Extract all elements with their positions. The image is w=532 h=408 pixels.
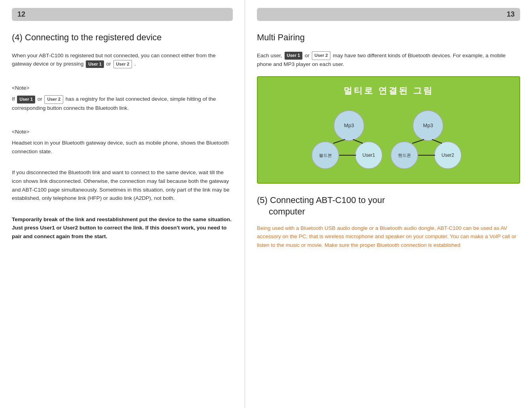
section-5-title: (5) Connecting ABT-C100 to your computer [257, 195, 520, 217]
note2-body: Headset icon in your Bluetooth gateway d… [12, 139, 233, 156]
right-page: 13 Multi Pairing Each user, User 1 or Us… [245, 0, 532, 408]
section-5-title-line2: computer [257, 207, 305, 216]
diagram-title: 멀티로 연결된 그림 [266, 85, 511, 97]
user2-badge-left-para1: User 2 [113, 60, 132, 69]
left-page-number-bar: 12 [12, 8, 233, 21]
note1-pre: If [12, 96, 15, 102]
right-page-number: 13 [507, 10, 515, 19]
user2-badge-right: User 2 [312, 51, 331, 60]
svg-line-15 [412, 139, 424, 143]
section-4-title: (4) Connecting to the registered device [12, 32, 233, 43]
svg-line-7 [353, 139, 363, 143]
left-page: 12 (4) Connecting to the registered devi… [0, 0, 245, 408]
svg-line-6 [333, 139, 345, 143]
note1-or: or [38, 96, 44, 102]
section-5-title-line1: (5) Connecting ABT-C100 to your [257, 195, 385, 205]
right-para1-pre: Each user, [257, 53, 282, 58]
diagram-svg: Mp3 블드본 User1 Mp3 [266, 104, 511, 175]
left-para4: Temporarily break of the link and reesta… [12, 215, 233, 241]
user1-badge-right: User 1 [285, 52, 303, 60]
left-para1-end: . [134, 61, 136, 67]
multi-pairing-diagram: 멀티로 연결된 그림 Mp3 블드본 User1 [257, 76, 520, 184]
svg-text:User2: User2 [441, 152, 454, 158]
section-5-para: Being used with a Bluetooth USB audio do… [257, 224, 520, 250]
right-page-number-bar: 13 [257, 8, 520, 21]
svg-line-16 [432, 139, 442, 143]
left-para3: If you disconnected the Bluetooth link a… [12, 168, 233, 202]
left-page-number: 12 [17, 10, 25, 19]
svg-text:Mp3: Mp3 [423, 122, 433, 128]
svg-text:Mp3: Mp3 [344, 122, 354, 128]
right-para1-or: or [305, 53, 311, 58]
user1-badge-note1: User 1 [17, 96, 35, 103]
left-para1: When your ABT-C100 is registered but not… [12, 51, 233, 69]
svg-text:User1: User1 [362, 152, 375, 158]
svg-text:핸드폰: 핸드폰 [398, 153, 411, 158]
user1-badge-left-para1: User 1 [86, 60, 104, 68]
user2-badge-note1: User 2 [44, 95, 63, 104]
note1-body: If User 1 or User 2 has a registry for t… [12, 95, 233, 112]
svg-text:블드본: 블드본 [319, 153, 332, 158]
multi-pairing-title: Multi Pairing [257, 32, 520, 43]
note1-label: <Note> [12, 85, 233, 91]
right-para1: Each user, User 1 or User 2 may have two… [257, 51, 520, 69]
left-para1-or: or [106, 61, 113, 67]
note2-label: <Note> [12, 129, 233, 135]
